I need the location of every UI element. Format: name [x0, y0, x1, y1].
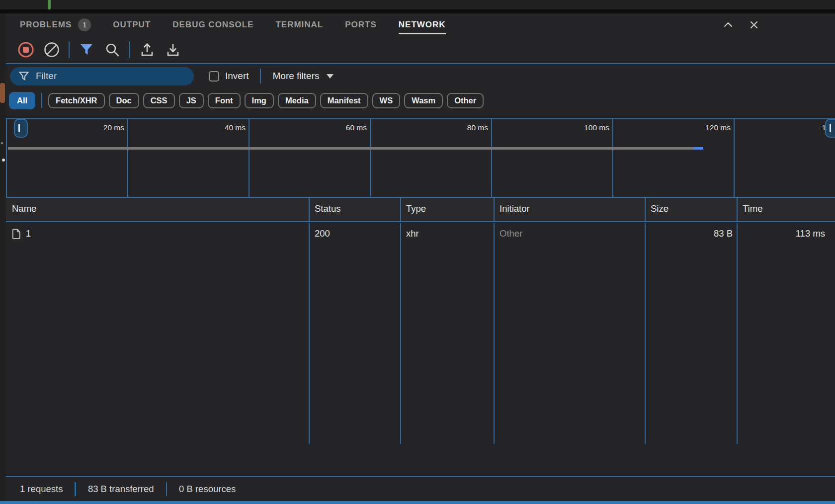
- request-size-cell[interactable]: 83 B: [646, 223, 738, 444]
- tab-ports[interactable]: PORTS: [345, 13, 377, 36]
- close-icon[interactable]: [749, 19, 759, 30]
- editor-edge-strip: [0, 13, 6, 501]
- chips-divider: [41, 93, 42, 108]
- tab-network[interactable]: NETWORK: [399, 13, 446, 36]
- record-button[interactable]: [13, 39, 39, 61]
- chip-wasm[interactable]: Wasm: [404, 93, 443, 108]
- chip-fetch-xhr[interactable]: Fetch/XHR: [48, 93, 104, 108]
- more-filters-button[interactable]: More filters: [273, 71, 320, 82]
- filter-row: Filter Invert More filters: [6, 63, 835, 88]
- resource-type-filters: All Fetch/XHR Doc CSS JS Font Img Media …: [6, 89, 835, 112]
- request-row-name-cell[interactable]: 1: [6, 223, 310, 444]
- panel-bottom-border: [0, 501, 835, 504]
- overview-ruler-mark: [0, 83, 5, 103]
- chip-img[interactable]: Img: [245, 93, 274, 108]
- column-header-size[interactable]: Size: [646, 198, 738, 221]
- invert-checkbox[interactable]: [209, 71, 219, 82]
- chip-other[interactable]: Other: [447, 93, 484, 108]
- timeline-tick: 120 ms: [613, 119, 735, 197]
- vscode-bottom-panel: 20 // const yourMMKVStorage = new MMKV()…: [0, 0, 835, 504]
- network-summary-bar: 1 requests 83 B transferred 0 B resource…: [6, 476, 835, 501]
- timeline-handle-right[interactable]: [825, 119, 835, 138]
- clear-button[interactable]: [39, 39, 65, 61]
- chip-manifest[interactable]: Manifest: [320, 93, 368, 108]
- requests-count: 1 requests: [20, 484, 63, 495]
- export-har-button[interactable]: [160, 39, 186, 61]
- problems-count-badge: 1: [78, 18, 91, 31]
- chip-all[interactable]: All: [9, 92, 35, 109]
- ruler-dot-gray: [1, 142, 3, 144]
- panel-top-shadow: [0, 9, 835, 13]
- toolbar-divider: [129, 41, 130, 58]
- chip-ws[interactable]: WS: [372, 93, 401, 108]
- tab-terminal[interactable]: TERMINAL: [275, 13, 323, 36]
- waterfall-bar-download: [693, 147, 703, 150]
- panel-tabbar: PROBLEMS 1 OUTPUT DEBUG CONSOLE TERMINAL…: [6, 13, 835, 36]
- filter-input[interactable]: Filter: [10, 67, 194, 85]
- chip-font[interactable]: Font: [208, 93, 241, 108]
- column-header-status[interactable]: Status: [310, 198, 401, 221]
- chevron-down-icon[interactable]: [327, 74, 334, 79]
- requests-table-header: Name Status Type Initiator Size Time: [6, 198, 835, 222]
- filter-toggle-button[interactable]: [74, 39, 99, 61]
- timeline-tick: 40 ms: [128, 119, 250, 197]
- column-header-time[interactable]: Time: [738, 198, 835, 221]
- request-name: 1: [26, 228, 31, 239]
- timeline-tick: 100 ms: [492, 119, 613, 197]
- chip-media[interactable]: Media: [278, 93, 316, 108]
- request-type-cell[interactable]: xhr: [401, 223, 495, 444]
- timeline-tick: 80 ms: [371, 119, 492, 197]
- request-initiator-cell[interactable]: Other: [495, 223, 646, 444]
- funnel-icon: [19, 72, 29, 81]
- request-status-cell[interactable]: 200: [310, 223, 401, 444]
- chevron-up-icon[interactable]: [723, 19, 734, 30]
- network-overview-timeline[interactable]: 20 ms 40 ms 60 ms 80 ms 100 ms 120 ms 1: [6, 118, 835, 198]
- waterfall-bar-waiting: [8, 147, 693, 150]
- column-header-type[interactable]: Type: [401, 198, 495, 221]
- handle-grip: [18, 124, 20, 132]
- chip-js[interactable]: JS: [179, 93, 204, 108]
- column-header-initiator[interactable]: Initiator: [495, 198, 646, 221]
- tab-problems[interactable]: PROBLEMS 1: [20, 13, 91, 36]
- editor-code-strip: 20 // const yourMMKVStorage = new MMKV()…: [0, 0, 835, 9]
- requests-table-body: 1 200 xhr Other 83 B 113 ms: [6, 223, 835, 444]
- summary-divider: [75, 482, 76, 496]
- chip-css[interactable]: CSS: [143, 93, 175, 108]
- handle-grip: [830, 124, 831, 132]
- search-button[interactable]: [99, 39, 125, 61]
- summary-divider: [166, 482, 167, 496]
- import-har-button[interactable]: [134, 39, 160, 61]
- timeline-tick: 60 ms: [250, 119, 371, 197]
- network-toolbar: [6, 36, 835, 63]
- invert-label: Invert: [225, 71, 249, 82]
- ruler-dot-white: [2, 159, 5, 162]
- tab-debug-console[interactable]: DEBUG CONSOLE: [172, 13, 253, 36]
- transferred-size: 83 B transferred: [88, 484, 154, 495]
- filter-placeholder: Filter: [36, 71, 57, 82]
- filter-divider: [260, 69, 261, 84]
- column-header-name[interactable]: Name: [6, 198, 310, 221]
- tab-output[interactable]: OUTPUT: [113, 13, 151, 36]
- timeline-tick-partial: 1: [735, 119, 835, 197]
- request-time-cell[interactable]: 113 ms: [738, 223, 835, 444]
- git-modified-gutter: [48, 0, 51, 9]
- timeline-handle-left[interactable]: [14, 119, 28, 138]
- resources-size: 0 B resources: [179, 484, 236, 495]
- document-icon: [12, 229, 21, 239]
- chip-doc[interactable]: Doc: [109, 93, 139, 108]
- toolbar-divider: [69, 41, 70, 58]
